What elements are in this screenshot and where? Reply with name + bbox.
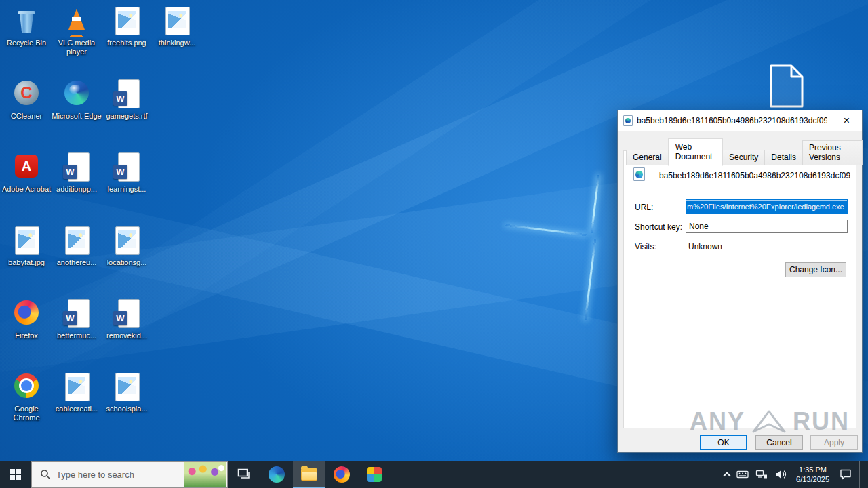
tab-details[interactable]: Details (764, 150, 803, 165)
desktop-icon-label: bettermuc... (52, 331, 102, 340)
url-input-selected-text: m%20Files/Internet%20Explorer/iediagcmd.… (686, 201, 847, 213)
desktop-icon-label: gamegets.rtf (102, 112, 152, 121)
desktop-icon[interactable]: gamegets.rtf (102, 77, 152, 150)
tab-web-document[interactable]: Web Document (668, 138, 723, 166)
search-box[interactable]: Type here to search (31, 461, 228, 488)
network-icon[interactable] (755, 470, 768, 479)
desktop-icon-glyph (161, 5, 193, 37)
desktop-icon-glyph (60, 225, 93, 256)
desktop-icon[interactable]: CCleaner (1, 77, 52, 150)
file-name: ba5beb189d6e1811605b0a4986b232108d6193dc… (659, 171, 850, 180)
desktop-icon[interactable]: Adobe Acrobat (1, 150, 52, 224)
desktop-icon-glyph (111, 298, 143, 329)
desktop-icon[interactable]: anothereu... (52, 224, 102, 297)
shortcut-key-value: None (689, 222, 709, 231)
close-icon[interactable] (831, 110, 862, 130)
clock-time: 1:35 PM (796, 465, 829, 474)
desktop-icon-label: VLC media player (52, 39, 102, 56)
tab-general[interactable]: General (626, 150, 669, 165)
desktop-icon[interactable]: cablecreati... (52, 370, 102, 443)
keyboard-icon[interactable] (736, 470, 749, 479)
search-highlight-image[interactable] (184, 462, 226, 487)
dialog-title: ba5beb189d6e1811605b0a4986b232108d6193dc… (637, 116, 827, 125)
desktop-icon-label: cablecreati... (52, 405, 102, 413)
desktop-icon-glyph (111, 152, 143, 183)
taskbar-clock[interactable]: 1:35 PM 6/13/2025 (793, 465, 832, 484)
file-shortcut-icon (633, 167, 645, 181)
taskbar-pinned-app-button[interactable] (358, 461, 391, 488)
tab-security[interactable]: Security (722, 150, 765, 165)
show-hidden-icons-button[interactable] (723, 472, 730, 479)
taskbar-edge-button[interactable] (260, 461, 293, 488)
desktop-icon-label: freehits.png (102, 39, 152, 47)
desktop-icon-label: Firefox (1, 331, 52, 340)
desktop-icon-label: additionpp... (52, 185, 102, 194)
desktop-icon-label: removekid... (102, 331, 152, 340)
action-center-icon[interactable] (839, 468, 852, 481)
desktop-icon-glyph (111, 5, 143, 37)
cancel-button[interactable]: Cancel (755, 435, 803, 450)
desktop-icon[interactable]: Google Chrome (1, 370, 52, 443)
web-document-tab-page: ba5beb189d6e1811605b0a4986b232108d6193dc… (623, 150, 856, 428)
start-button[interactable] (0, 461, 31, 488)
desktop-icon-glyph (60, 152, 93, 183)
wallpaper-highlight (505, 224, 586, 237)
desktop-icon[interactable]: Recycle Bin (1, 4, 52, 77)
change-icon-button[interactable]: Change Icon... (785, 262, 846, 277)
desktop-icon-glyph (10, 5, 43, 37)
desktop-icon-label: learningst... (102, 185, 152, 194)
url-input[interactable]: m%20Files/Internet%20Explorer/iediagcmd.… (686, 199, 848, 214)
search-icon (40, 469, 51, 480)
shortcut-key-input[interactable]: None (686, 220, 848, 233)
desktop-icon-label: Recycle Bin (1, 39, 52, 47)
desktop-icon[interactable]: freehits.png (102, 4, 152, 77)
windows-logo-icon (10, 469, 21, 480)
desktop-icon[interactable]: Microsoft Edge (52, 77, 102, 150)
desktop-icon-glyph (111, 79, 143, 110)
url-label: URL: (635, 203, 653, 212)
shortcut-key-label: Shortcut key: (635, 222, 682, 232)
desktop-icon[interactable]: Firefox (1, 297, 52, 370)
desktop-icon-label: Google Chrome (1, 405, 52, 422)
internet-shortcut-icon (623, 115, 633, 126)
desktop-icon-grid: Recycle Bin CCleaner Adobe Acrobat babyf… (1, 4, 205, 445)
desktop-icon[interactable]: babyfat.jpg (1, 224, 52, 297)
volume-icon[interactable] (774, 470, 787, 479)
apply-button[interactable]: Apply (810, 435, 858, 450)
taskbar: Type here to search (0, 461, 868, 488)
desktop-icon-label: anothereu... (52, 258, 102, 267)
desktop-icon-glyph (10, 225, 43, 256)
document-outline-icon[interactable] (766, 64, 806, 108)
wallpaper-highlight (591, 175, 599, 233)
desktop-icon[interactable]: VLC media player (52, 4, 102, 77)
desktop-icon-glyph (60, 5, 93, 37)
desktop-icon[interactable]: locationsg... (102, 224, 152, 297)
desktop-icon-label: locationsg... (102, 258, 152, 267)
desktop-icon[interactable]: removekid... (102, 297, 152, 370)
desktop-icon[interactable]: thinkingw... (152, 4, 202, 77)
visits-label: Visits: (635, 242, 656, 251)
visits-value: Unknown (688, 242, 722, 251)
clock-date: 6/13/2025 (796, 474, 829, 484)
firefox-icon (334, 466, 350, 483)
taskbar-file-explorer-button[interactable] (293, 461, 326, 488)
desktop-icon[interactable]: additionpp... (52, 150, 102, 224)
separator (631, 189, 849, 190)
tab-previous-versions[interactable]: Previous Versions (802, 140, 863, 165)
desktop-icon[interactable]: learningst... (102, 150, 152, 224)
ok-button[interactable]: OK (700, 435, 747, 450)
desktop-icon-glyph (10, 79, 43, 110)
task-view-icon (237, 468, 251, 481)
desktop-icon-glyph (10, 152, 43, 183)
desktop-icon-label: Adobe Acrobat (1, 185, 52, 194)
wallpaper-highlight (585, 239, 597, 319)
desktop-icon-glyph (111, 225, 143, 256)
show-desktop-button[interactable] (859, 461, 863, 488)
desktop-icon-glyph (111, 371, 143, 403)
desktop: Recycle Bin CCleaner Adobe Acrobat babyf… (0, 0, 868, 488)
desktop-icon[interactable]: schoolspla... (102, 370, 152, 443)
taskbar-firefox-button[interactable] (326, 461, 358, 488)
task-view-button[interactable] (228, 461, 260, 488)
desktop-icon-glyph (60, 298, 93, 329)
desktop-icon[interactable]: bettermuc... (52, 297, 102, 370)
